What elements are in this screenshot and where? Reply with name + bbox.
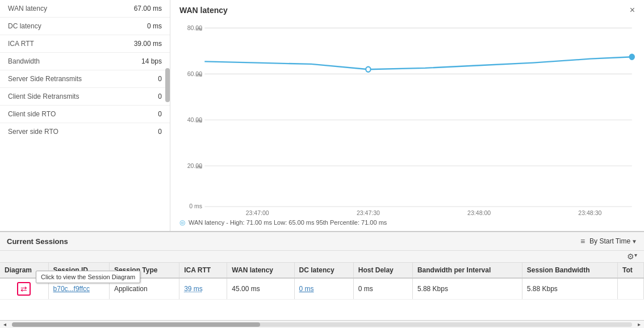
left-panel-label: Bandwidth	[8, 57, 40, 65]
left-panel-row: Server side RTO 0	[0, 123, 170, 140]
left-panel-label: Client Side Retransmits	[8, 92, 79, 100]
svg-text:ms: ms	[196, 26, 203, 32]
session-bandwidth-cell: 5.88 Kbps	[522, 278, 617, 300]
diagram-tooltip: Click to view the Session Diagram	[36, 271, 140, 283]
left-panel-row: ICA RTT 39.00 ms	[0, 35, 170, 53]
table-scrollbar: ◂ ▸	[0, 320, 644, 328]
svg-text:0 ms: 0 ms	[189, 203, 202, 210]
chart-panel: WAN latency × 80.00 ms 60.00 ms 40.00 ms…	[170, 0, 644, 231]
chart-header: WAN latency ×	[179, 6, 635, 15]
left-panel-value: 14 bps	[141, 57, 162, 65]
col-host-delay: Host Delay	[353, 263, 412, 278]
dc-latency-cell: 0 ms	[294, 278, 353, 300]
left-panel-value: 0	[158, 92, 162, 100]
ica-rtt-value[interactable]: 39 ms	[184, 285, 203, 293]
bandwidth-interval-cell: 5.88 Kbps	[412, 278, 522, 300]
svg-text:ms: ms	[196, 118, 203, 124]
svg-point-19	[630, 54, 634, 60]
left-panel-label: WAN latency	[8, 5, 47, 12]
chevron-down-small-icon[interactable]: ▾	[634, 252, 637, 261]
left-panel-value: 0	[158, 128, 162, 136]
host-delay-cell: 0 ms	[353, 278, 412, 300]
sort-label: By Start Time	[589, 237, 630, 245]
table-view-icon[interactable]: ≡	[580, 237, 585, 246]
left-panel-value: 39.00 ms	[134, 40, 162, 48]
sessions-title: Current Sessions	[7, 237, 68, 246]
chart-svg: 80.00 ms 60.00 ms 40.00 ms 20.00 ms 0 ms	[179, 18, 635, 215]
sessions-table: Diagram Session ID Session Type ICA RTT …	[0, 263, 644, 300]
col-ica-rtt: ICA RTT	[179, 263, 227, 278]
svg-text:ms: ms	[196, 72, 203, 78]
legend-text: WAN latency - High: 71.00 ms Low: 65.00 …	[189, 219, 387, 226]
ica-rtt-cell: 39 ms	[179, 278, 227, 300]
scroll-right-icon[interactable]: ▸	[634, 321, 644, 327]
sort-dropdown[interactable]: By Start Time ▼	[589, 237, 637, 245]
scroll-left-icon[interactable]: ◂	[0, 321, 10, 327]
scroll-fill	[12, 322, 260, 327]
gear-icon[interactable]: ⚙	[627, 252, 634, 261]
dc-latency-value[interactable]: 0 ms	[299, 285, 314, 293]
col-session-bandwidth: Session Bandwidth	[522, 263, 617, 278]
left-panel-value: 0	[158, 75, 162, 83]
wan-latency-cell: 45.00 ms	[227, 278, 294, 300]
tot-cell	[618, 278, 644, 300]
chart-title: WAN latency	[179, 6, 228, 15]
svg-text:23:48:00: 23:48:00	[467, 209, 491, 215]
main-container: WAN latency 67.00 ms DC latency 0 ms ICA…	[0, 0, 644, 328]
left-panel-value: 0	[158, 110, 162, 118]
svg-text:23:47:30: 23:47:30	[357, 209, 380, 215]
left-panel-value: 0 ms	[147, 22, 162, 30]
col-wan-latency: WAN latency	[227, 263, 294, 278]
left-panel-label: ICA RTT	[8, 40, 34, 48]
chevron-down-icon: ▼	[632, 238, 637, 245]
scroll-track	[12, 322, 632, 327]
left-panel-row: DC latency 0 ms	[0, 18, 170, 35]
left-panel-label: Client side RTO	[8, 110, 56, 118]
left-panel-row: Server Side Retransmits 0	[0, 70, 170, 88]
close-icon[interactable]: ×	[630, 6, 635, 15]
left-panel-label: Server Side Retransmits	[8, 75, 82, 83]
col-bandwidth-interval: Bandwidth per Interval	[412, 263, 522, 278]
legend-eye-icon: ◎	[179, 218, 185, 226]
gear-row: ⚙ ▾	[0, 251, 644, 263]
table-row: ⇄ Click to view the Session Diagram b70c…	[0, 278, 644, 300]
svg-text:ms: ms	[196, 164, 203, 170]
sessions-controls: ≡ By Start Time ▼	[580, 237, 637, 246]
sessions-table-wrapper[interactable]: Diagram Session ID Session Type ICA RTT …	[0, 263, 644, 320]
session-id-link[interactable]: b70c...f9ffcc	[53, 285, 90, 293]
left-panel-label: DC latency	[8, 22, 41, 30]
col-tot: Tot	[618, 263, 644, 278]
sessions-header: Current Sessions ≡ By Start Time ▼	[0, 232, 644, 251]
left-panel-label: Server side RTO	[8, 128, 58, 136]
diagram-cell: ⇄ Click to view the Session Diagram	[0, 278, 48, 300]
svg-text:23:47:00: 23:47:00	[246, 209, 269, 215]
left-panel-value: 67.00 ms	[134, 5, 162, 12]
left-panel-row: WAN latency 67.00 ms	[0, 0, 170, 18]
left-panel-row: Client Side Retransmits 0	[0, 88, 170, 106]
left-panel-row: Client side RTO 0	[0, 106, 170, 123]
sessions-section: Current Sessions ≡ By Start Time ▼ ⚙ ▾ D…	[0, 232, 644, 328]
chart-legend: ◎ WAN latency - High: 71.00 ms Low: 65.0…	[179, 218, 635, 226]
diagram-button[interactable]: ⇄	[17, 282, 31, 296]
left-panel-row: Bandwidth 14 bps	[0, 53, 170, 70]
top-section: WAN latency 67.00 ms DC latency 0 ms ICA…	[0, 0, 644, 232]
left-panel: WAN latency 67.00 ms DC latency 0 ms ICA…	[0, 0, 170, 231]
chart-area: 80.00 ms 60.00 ms 40.00 ms 20.00 ms 0 ms	[179, 18, 635, 215]
svg-point-18	[366, 67, 370, 72]
svg-text:23:48:30: 23:48:30	[578, 209, 601, 215]
col-dc-latency: DC latency	[294, 263, 353, 278]
